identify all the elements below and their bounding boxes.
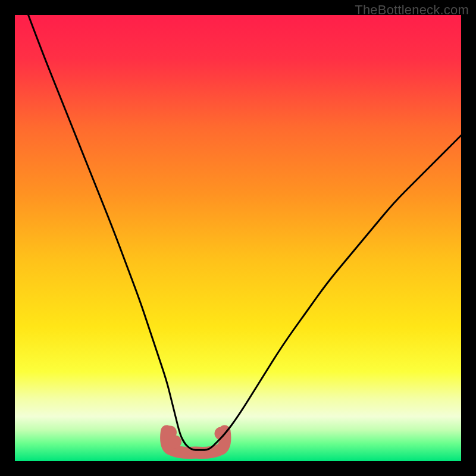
watermark-text: TheBottleneck.com bbox=[355, 2, 469, 18]
bump-dot bbox=[168, 436, 181, 449]
plot-area bbox=[15, 15, 461, 461]
chart-frame: TheBottleneck.com bbox=[0, 0, 476, 476]
gradient-background bbox=[15, 15, 461, 461]
chart-svg bbox=[15, 15, 461, 461]
